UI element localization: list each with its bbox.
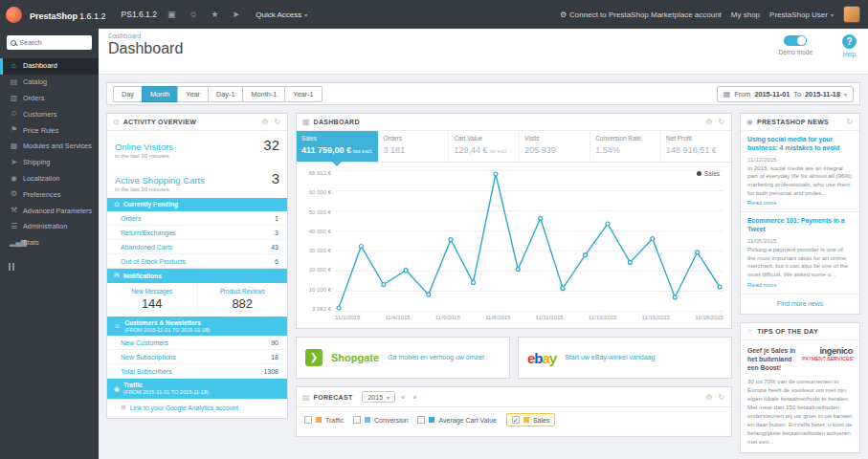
cart-notification-icon[interactable]: ▣ bbox=[165, 10, 179, 19]
sales-line-chart: Sales bbox=[335, 170, 723, 312]
rocket-icon[interactable]: ➤ bbox=[230, 10, 243, 19]
sidebar-item-dashboard[interactable]: ⌂Dashboard bbox=[0, 58, 99, 75]
filter-month-button[interactable]: Month bbox=[142, 86, 177, 102]
news-article-excerpt: In 2015, social media are an integral pa… bbox=[747, 164, 853, 198]
kpi-cart-value[interactable]: Cart Value 129,44 €tax excl. bbox=[449, 131, 520, 162]
prestashop-news-panel: ◉ PRESTASHOP NEWS ↻ Using social media f… bbox=[740, 113, 860, 315]
kpi-sales[interactable]: Sales 411 759,00 €tax excl. bbox=[297, 131, 379, 162]
sidebar-item-modules[interactable]: ▦Modules and Services bbox=[0, 139, 99, 155]
panel-settings-icon[interactable]: ⚙ bbox=[704, 118, 713, 126]
customer-notification-icon[interactable]: ☺ bbox=[186, 10, 200, 19]
caret-down-icon: ▾ bbox=[387, 394, 389, 401]
pending-row: Orders1 bbox=[107, 211, 287, 226]
news-article: Using social media for your business: 4 … bbox=[741, 131, 859, 212]
search-input[interactable] bbox=[19, 38, 88, 47]
filter-day-1-button[interactable]: Day-1 bbox=[208, 86, 242, 102]
envelope-icon: ✉ bbox=[114, 272, 120, 279]
plug-icon: ⚙ bbox=[560, 11, 567, 19]
date-range-picker[interactable]: ▦ From 2015-11-01 To 2015-11-18 ▾ bbox=[717, 86, 854, 102]
sidebar-item-catalog[interactable]: ▤Catalog bbox=[0, 75, 99, 91]
panel-settings-icon[interactable]: ⚙ bbox=[704, 393, 713, 402]
sidebar-search[interactable] bbox=[7, 35, 92, 50]
people-icon: ☺ bbox=[114, 322, 121, 330]
module-promos: ❯ Shopgate Ga mobiel en verhoog uw omzet… bbox=[296, 337, 732, 379]
customers-row: New Customers90 bbox=[107, 336, 287, 350]
notifications-grid: New Messages144 Product Reviews882 bbox=[107, 283, 287, 317]
filter-day-button[interactable]: Day bbox=[113, 86, 142, 102]
previous-year-button[interactable]: « bbox=[399, 393, 407, 402]
news-article-title[interactable]: Using social media for your business: 4 … bbox=[747, 136, 853, 153]
main-content: Dashboard Dashboard Demo mode ? Help Day… bbox=[99, 29, 868, 459]
sidebar-item-orders[interactable]: ▥Orders bbox=[0, 91, 99, 107]
filter-year-button[interactable]: Year bbox=[177, 86, 208, 102]
read-more-link[interactable]: Read more bbox=[747, 199, 853, 206]
tag-icon: ⚑ bbox=[10, 126, 18, 135]
forecast-legend-conversion[interactable]: Conversion bbox=[353, 416, 408, 424]
my-shop-link[interactable]: My shop bbox=[731, 11, 760, 19]
kpi-conversion-rate[interactable]: Conversion Rate 1.54% bbox=[590, 131, 661, 162]
help-button[interactable]: ? Help bbox=[842, 34, 857, 57]
sidebar-item-administration[interactable]: ☰Administration bbox=[0, 219, 99, 235]
customers-row: New Subscriptions18 bbox=[107, 350, 287, 364]
forecast-legend-average-cart-value[interactable]: Average Cart Value bbox=[417, 416, 496, 424]
sidebar-item-shipping[interactable]: ➤Shipping bbox=[0, 155, 99, 171]
sidebar-item-price-rules[interactable]: ⚑Price Rules bbox=[0, 122, 99, 139]
sidebar-item-localization[interactable]: ◉Localization bbox=[0, 171, 99, 187]
news-article-date: 11/05/2015 bbox=[747, 237, 853, 244]
checkbox-icon bbox=[417, 416, 425, 424]
sidebar: ⌂Dashboard ▤Catalog ▥Orders ☺Customers ⚑… bbox=[0, 29, 99, 459]
marketplace-connect-link[interactable]: ⚙ Connect to PrestaShop Marketplace acco… bbox=[560, 11, 722, 19]
next-year-button[interactable]: » bbox=[411, 393, 418, 402]
kpi-orders[interactable]: Orders 3 181 bbox=[379, 131, 450, 162]
tip-headline-link[interactable]: Geef je Sales in het buitenland een Boos… bbox=[747, 346, 796, 373]
news-article-title[interactable]: Ecommerce 101: Payments in a Tweet bbox=[747, 217, 853, 234]
chart-legend: Sales bbox=[697, 170, 720, 177]
new-messages-link[interactable]: New Messages bbox=[109, 288, 195, 295]
user-avatar[interactable] bbox=[843, 6, 860, 23]
forecast-legend-traffic[interactable]: Traffic bbox=[304, 416, 344, 424]
pending-row: Out of Stock Products6 bbox=[107, 254, 287, 269]
help-label: Help bbox=[842, 51, 857, 57]
sales-chart-area: 66 912 €60 000 €50 000 €40 000 €30 000 €… bbox=[297, 163, 731, 312]
panel-refresh-icon[interactable]: ↻ bbox=[845, 118, 854, 126]
user-menu[interactable]: PrestaShop User ▾ bbox=[769, 11, 834, 19]
forecast-year-select[interactable]: 2015 ▾ bbox=[362, 391, 395, 403]
product-reviews-link[interactable]: Product Reviews bbox=[200, 288, 286, 295]
badge-icon[interactable]: ★ bbox=[209, 10, 222, 19]
panel-settings-icon[interactable]: ⚙ bbox=[260, 118, 269, 126]
ebay-promo-link[interactable]: Start uw eBay-winkel vandaag bbox=[565, 353, 655, 361]
bar-chart-icon: ▂▄▆ bbox=[10, 239, 18, 248]
sidebar-item-preferences[interactable]: ⚙Preferences bbox=[0, 186, 99, 203]
panel-refresh-icon[interactable]: ↻ bbox=[717, 393, 725, 402]
active-carts-link[interactable]: Active Shopping Carts bbox=[115, 175, 205, 186]
star-icon: ☆ bbox=[746, 327, 753, 336]
filter-month-1-button[interactable]: Month-1 bbox=[242, 86, 284, 102]
shop-name-link[interactable]: PS1.6.1.2 bbox=[122, 10, 157, 19]
sidebar-item-advanced-parameters[interactable]: ⚒Advanced Parameters bbox=[0, 203, 99, 219]
ebay-promo: ebay Start uw eBay-winkel vandaag bbox=[518, 337, 732, 379]
sidebar-collapse-button[interactable] bbox=[9, 263, 99, 271]
panel-refresh-icon[interactable]: ↻ bbox=[717, 118, 725, 126]
demo-mode-toggle[interactable] bbox=[784, 35, 807, 46]
online-visitors-link[interactable]: Online Visitors bbox=[115, 142, 173, 152]
panel-refresh-icon[interactable]: ↻ bbox=[273, 118, 281, 126]
legend-swatch bbox=[365, 417, 370, 423]
quick-access-menu[interactable]: Quick Access ▾ bbox=[256, 11, 307, 19]
prestashop-admin: PrestaShop1.6.1.2 PS1.6.1.2 ▣ ☺ ★ ➤ Quic… bbox=[0, 0, 868, 459]
sidebar-item-stats[interactable]: ▂▄▆Stats bbox=[0, 235, 99, 251]
caret-down-icon: ▾ bbox=[831, 11, 834, 18]
demo-mode-control: Demo mode bbox=[779, 35, 812, 55]
forecast-legend-sales[interactable]: ✓ Sales bbox=[506, 413, 556, 426]
prestashop-logo-icon[interactable] bbox=[6, 7, 22, 23]
news-article: Ecommerce 101: Payments in a Tweet 11/05… bbox=[741, 212, 859, 294]
find-more-news-link[interactable]: Find more news bbox=[741, 295, 859, 314]
google-analytics-link[interactable]: ⊕ Link to your Google Analytics account bbox=[107, 399, 287, 418]
filter-year-1-button[interactable]: Year-1 bbox=[284, 86, 322, 102]
kpi-net-profit[interactable]: Net Profit 148 918,51 € bbox=[661, 131, 731, 162]
sidebar-item-customers[interactable]: ☺Customers bbox=[0, 106, 99, 122]
kpi-visits[interactable]: Visits 205 939 bbox=[520, 131, 590, 162]
read-more-link[interactable]: Read more bbox=[747, 281, 853, 288]
activity-icon: ⊙ bbox=[113, 118, 120, 126]
toggle-knob bbox=[797, 36, 806, 45]
shopgate-promo-link[interactable]: Ga mobiel en verhoog uw omzet bbox=[388, 353, 484, 361]
